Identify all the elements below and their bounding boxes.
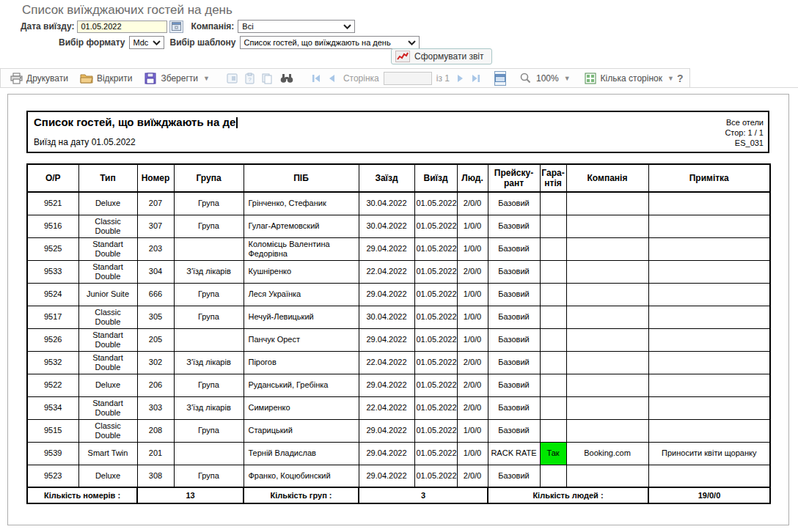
save-dropdown-icon[interactable]: ▼ [203, 75, 210, 82]
save-button[interactable]: Зберегти ▼ [141, 70, 213, 86]
date-input[interactable] [77, 21, 167, 33]
table-cell: Classic Double [78, 419, 137, 442]
open-folder-icon [80, 72, 93, 85]
table-cell: Приносити квіти щоранку [648, 442, 770, 465]
table-cell: 2/0/0 [457, 192, 488, 215]
template-label: Вибір шаблону [170, 37, 236, 48]
table-cell: 206 [137, 374, 174, 396]
table-cell: Пірогов [244, 351, 359, 374]
table-cell [540, 374, 566, 396]
svg-text:?: ? [248, 76, 252, 83]
table-cell: Група [174, 465, 244, 487]
table-cell: Терній Владислав [244, 442, 359, 465]
table-cell: 2/0/0 [457, 374, 488, 396]
table-cell: Група [174, 192, 244, 215]
table-cell: 01.05.2022 [414, 260, 457, 283]
table-cell: Коломієць Валентина Федорівна [244, 237, 359, 260]
table-cell [648, 396, 770, 419]
table-cell: Базовий [488, 396, 540, 419]
table-cell [566, 237, 648, 260]
table-cell: Базовий [488, 351, 540, 374]
table-row: 9524Junior Suite666ГрупаЛеся Українка29.… [27, 283, 770, 306]
template-select[interactable]: Список гостей, що виїжджають на день [240, 36, 420, 49]
table-cell: 29.04.2022 [359, 374, 414, 396]
help-button[interactable]: ? [677, 73, 684, 84]
column-header: Прейску- рант [488, 164, 540, 192]
table-cell: 22.04.2022 [359, 351, 414, 374]
multipage-button[interactable]: Кілька сторінок ▼ [581, 70, 677, 86]
table-cell [540, 465, 566, 487]
table-cell: 308 [137, 465, 174, 487]
table-cell: Standart Double [78, 328, 137, 351]
table-row: 9517Classic Double305ГрупаНечуй-Левицьки… [27, 306, 770, 328]
report-table-header-row: О/РТипНомерГрупаПІБЗаїздВиїздЛюд.Прейску… [27, 164, 770, 192]
next-page-icon[interactable] [457, 72, 464, 85]
table-cell: З'їзд лікарів [174, 396, 244, 419]
table-row: 9539Smart Twin201Терній Владислав29.04.2… [27, 442, 770, 465]
copy-pages-icon[interactable] [261, 72, 273, 85]
table-cell: 01.05.2022 [414, 237, 457, 260]
prev-page-icon[interactable] [328, 72, 335, 85]
table-row: 9525Standart Double203Коломієць Валентин… [27, 237, 770, 260]
table-cell: 1/0/0 [457, 306, 488, 328]
table-cell: Standart Double [78, 396, 137, 419]
report-hotel: Все отели [725, 117, 764, 128]
table-cell [540, 192, 566, 215]
print-button[interactable]: Друкувати [7, 70, 71, 86]
table-cell: Classic Double [78, 306, 137, 328]
last-page-icon[interactable] [472, 72, 480, 85]
save-floppy-icon [144, 72, 157, 85]
table-cell: Standart Double [78, 237, 137, 260]
chevron-down-icon [408, 40, 416, 45]
table-cell: 01.05.2022 [414, 419, 457, 442]
clipboard-icon[interactable]: ? [244, 72, 255, 85]
page-number-input[interactable] [384, 72, 432, 85]
zoom-control[interactable]: 100% ▼ [516, 70, 574, 86]
company-select-value: Всі [242, 22, 253, 31]
report-meta: Все отели Стор: 1 / 1 ES_031 [725, 117, 764, 148]
generate-report-button[interactable]: Сформувати звіт [391, 48, 492, 64]
table-cell: Classic Double [78, 215, 137, 237]
table-cell: 01.05.2022 [414, 396, 457, 419]
table-cell: 304 [137, 260, 174, 283]
table-cell [566, 374, 648, 396]
table-cell [540, 328, 566, 351]
table-cell [566, 419, 648, 442]
table-cell: 666 [137, 283, 174, 306]
table-cell [566, 306, 648, 328]
table-cell: Панчук Орест [244, 328, 359, 351]
table-cell: 305 [137, 306, 174, 328]
format-select[interactable]: Mdc [129, 36, 164, 49]
chevron-down-icon [153, 40, 161, 45]
export-icon[interactable] [226, 72, 238, 85]
table-cell: Так [540, 442, 566, 465]
format-row: Вибір формату Mdc Вибір шаблону Список г… [59, 36, 420, 49]
first-page-icon[interactable] [312, 72, 321, 85]
table-cell: 9534 [27, 396, 78, 419]
date-label: Дата виїзду: [21, 21, 74, 32]
table-cell: 9517 [27, 306, 78, 328]
table-cell: Базовий [488, 237, 540, 260]
search-binoculars-icon[interactable] [280, 72, 293, 85]
zoom-value: 100% [536, 73, 559, 84]
page-label: Сторінка [343, 73, 379, 84]
multipage-dropdown-icon: ▼ [667, 75, 674, 82]
column-header: Компанія [566, 164, 648, 192]
table-cell: Гулаг-Артемовский [244, 215, 359, 237]
report-title: Список гостей, що виїжджають на де [34, 116, 238, 128]
table-cell: 22.04.2022 [359, 260, 414, 283]
company-select[interactable]: Всі [238, 20, 355, 33]
open-button[interactable]: Відкрити [77, 70, 136, 86]
table-cell: 208 [137, 419, 174, 442]
save-label: Зберегти [161, 73, 198, 84]
table-cell: 01.05.2022 [414, 192, 457, 215]
table-cell: Група [174, 419, 244, 442]
column-header: Примітка [648, 164, 770, 192]
report-page-info: Стор: 1 / 1 [725, 128, 764, 138]
page-view-icon[interactable] [494, 71, 506, 86]
table-cell [566, 465, 648, 487]
calendar-button[interactable] [169, 21, 183, 33]
table-cell: Deluxe [78, 465, 137, 487]
column-header: Номер [137, 164, 174, 192]
table-cell: Базовий [488, 374, 540, 396]
